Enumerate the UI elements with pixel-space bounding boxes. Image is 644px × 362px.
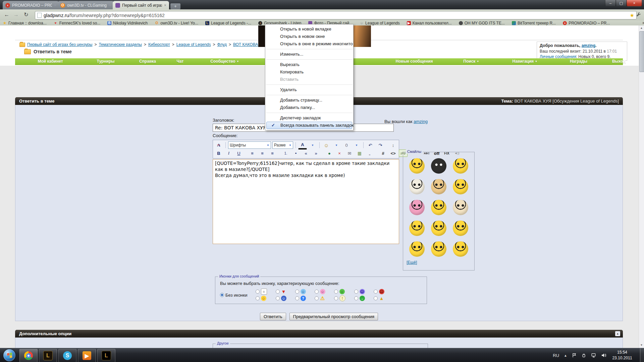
smiley-big-grin[interactable] xyxy=(431,221,446,236)
insert-link-icon[interactable]: ● xyxy=(325,149,334,157)
quote-icon[interactable]: „ xyxy=(365,149,374,157)
font-select[interactable]: Шрифты▼ xyxy=(228,141,271,149)
page-scrollbar[interactable]: ▲ ▼ xyxy=(639,25,644,348)
taskbar-clock[interactable]: 15:54 23.10.2011 xyxy=(608,350,637,361)
size-select[interactable]: Разме▼ xyxy=(272,141,293,149)
back-button[interactable]: ← xyxy=(3,11,11,18)
bookmark-item[interactable]: BNikolay Vidnikevich xyxy=(107,21,148,25)
menu-item-copy[interactable]: Копировать xyxy=(265,68,353,76)
smiley-trollface[interactable] xyxy=(453,158,468,174)
show-desktop-button[interactable] xyxy=(640,348,644,362)
icon-option[interactable]: ▲ xyxy=(374,295,384,301)
radio[interactable] xyxy=(276,296,280,300)
outdent-icon[interactable]: « xyxy=(302,149,310,157)
minimize-button[interactable]: – xyxy=(605,0,616,6)
remove-hardware-icon[interactable] xyxy=(581,353,586,358)
bookmark-item[interactable]: ★Главная :: downloa... xyxy=(3,21,47,25)
taskbar-app-chrome[interactable] xyxy=(19,349,38,362)
taskbar-app-league-launcher[interactable]: L xyxy=(97,349,115,362)
smiley-like-a-sir[interactable] xyxy=(453,179,468,194)
smiley-white-troll[interactable] xyxy=(409,179,425,194)
nav-new-messages[interactable]: Новые сообщения xyxy=(396,58,433,65)
nav-help[interactable]: Справка xyxy=(139,58,156,65)
smiley-ninja[interactable] xyxy=(431,158,446,174)
nav-tournaments[interactable]: Турниры xyxy=(97,58,115,65)
radio[interactable] xyxy=(256,296,260,300)
tab-forum-active[interactable]: Первый сайт об играх без × xyxy=(113,1,169,9)
radio[interactable] xyxy=(334,290,338,294)
radio[interactable] xyxy=(276,290,280,294)
taskbar-app-league-of-legends[interactable]: L xyxy=(39,349,57,362)
radio[interactable] xyxy=(315,296,319,300)
radio[interactable] xyxy=(295,290,299,294)
icon-option[interactable]: ☹ xyxy=(374,289,384,295)
chevron-down-icon[interactable]: ▼ xyxy=(308,141,317,149)
nav-my-cabinet[interactable]: Мой кабинет xyxy=(38,58,63,65)
url-text[interactable]: gladpwnz.ru/forum/newreply.php?do=newrep… xyxy=(44,13,628,18)
logged-in-user-link[interactable]: amzing xyxy=(414,119,428,124)
no-icon-option[interactable]: Без иконки xyxy=(220,292,248,298)
menu-item-open-incognito[interactable]: Открыть в окне в режиме инкогнито xyxy=(265,40,353,48)
menu-item-add-page[interactable]: Добавить страницу... xyxy=(265,97,353,104)
address-bar[interactable]: gladpwnz.ru/forum/newreply.php?do=newrep… xyxy=(35,11,637,19)
forward-button[interactable]: → xyxy=(12,11,20,18)
align-right-icon[interactable]: ≡ xyxy=(268,149,277,157)
reload-button[interactable]: ↻ xyxy=(22,11,30,18)
icon-option[interactable]: ? xyxy=(295,295,306,301)
attach-icon[interactable]: 0 xyxy=(342,141,351,149)
nav-logout[interactable]: Выход xyxy=(612,58,626,65)
smilies-icon[interactable]: ☺ xyxy=(322,141,331,149)
menu-item-cut[interactable]: Вырезать xyxy=(265,61,353,68)
wrench-menu-icon[interactable] xyxy=(635,12,641,18)
icon-option[interactable]: ⚠ xyxy=(315,295,325,301)
smiley-cereal-guy[interactable] xyxy=(453,221,468,236)
chevron-down-icon[interactable]: ▼ xyxy=(352,141,361,149)
bold-icon[interactable]: B xyxy=(214,149,223,157)
nav-navigation[interactable]: Навигация ▼ xyxy=(513,58,538,65)
unlink-icon[interactable]: × xyxy=(335,149,344,157)
scroll-up-icon[interactable]: ▲ xyxy=(639,25,644,31)
username-link[interactable]: amzing xyxy=(582,43,595,48)
radio[interactable] xyxy=(354,296,358,300)
radio-selected[interactable] xyxy=(220,293,224,297)
menu-item-open-new-window[interactable]: Открыть в новом окне xyxy=(265,33,353,40)
ordered-list-icon[interactable]: 1. xyxy=(281,149,290,157)
radio[interactable] xyxy=(315,290,319,294)
bookmark-item[interactable]: BitTorrent трекер R... xyxy=(512,21,556,25)
icon-option[interactable]: ! xyxy=(334,295,345,301)
bookmark-item[interactable]: OH MY GOD ITS TE... xyxy=(459,21,505,25)
tab-close-icon[interactable]: × xyxy=(109,3,111,8)
icon-option[interactable]: ☺ xyxy=(276,295,286,301)
icon-option[interactable]: ☺ xyxy=(334,289,345,295)
icon-option[interactable]: ☺ xyxy=(295,289,306,295)
menu-item-add-folder[interactable]: Добавить папку... xyxy=(265,104,353,111)
tab-close-icon[interactable]: × xyxy=(54,3,56,8)
indent-icon[interactable]: » xyxy=(312,149,320,157)
more-smilies-link[interactable]: [Ещё] xyxy=(407,260,417,265)
menu-item-edit[interactable]: Изменить... xyxy=(265,51,353,58)
language-indicator[interactable]: RU xyxy=(553,353,559,358)
icon-option[interactable]: ☹ xyxy=(354,289,365,295)
undo-icon[interactable]: ↶ xyxy=(366,141,375,149)
maximize-button[interactable]: ▢ xyxy=(616,0,627,6)
scroll-down-icon[interactable]: ▼ xyxy=(639,343,644,348)
action-center-flag-icon[interactable] xyxy=(572,353,577,358)
align-center-icon[interactable]: ≡ xyxy=(258,149,267,157)
additional-options-bar[interactable]: Дополнительные опции ▲ xyxy=(15,330,623,338)
menu-item-bookmark-manager[interactable]: Диспетчер закладок xyxy=(265,114,353,122)
breadcrumb-link[interactable]: League of Legends xyxy=(176,42,211,47)
menu-item-always-show-bookmarks-bar[interactable]: ✓ Всегда показывать панель закладок xyxy=(266,122,352,129)
scrollbar-thumb[interactable] xyxy=(639,31,644,72)
start-button[interactable] xyxy=(3,349,15,361)
nav-search[interactable]: Поиск ▼ xyxy=(463,58,479,65)
collapse-icon[interactable]: ▲ xyxy=(615,331,620,336)
resize-editor-icon[interactable]: ↕ xyxy=(389,141,397,149)
taskbar-app-skype[interactable]: S xyxy=(58,349,76,362)
code-icon[interactable]: <> xyxy=(389,149,397,157)
align-left-icon[interactable]: ≡ xyxy=(248,149,257,157)
tab-close-icon[interactable]: × xyxy=(164,3,166,8)
nav-chat[interactable]: Чат xyxy=(177,58,184,65)
bookmark-item[interactable]: Oown3D.tv - Live! Yo... xyxy=(155,21,198,25)
smiley-granny[interactable] xyxy=(453,200,468,215)
menu-item-delete[interactable]: Удалить xyxy=(265,86,353,94)
